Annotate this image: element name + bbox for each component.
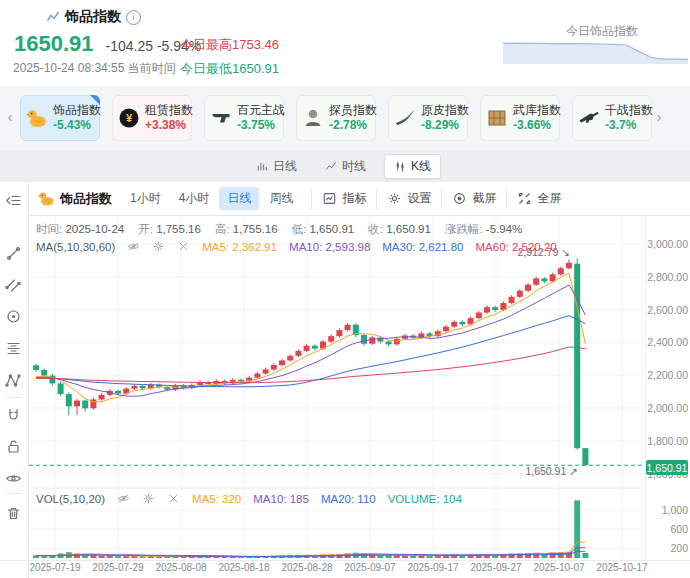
timeframe-4小时[interactable]: 4小时 — [171, 187, 218, 210]
fullscreen-icon — [517, 191, 533, 207]
gear-small-icon[interactable] — [152, 240, 165, 253]
x-axis-label: 2025-09-17 — [407, 562, 458, 573]
ohlc-item: 涨跌幅: -5.94% — [445, 222, 522, 237]
page-title: 饰品指数 — [65, 8, 121, 26]
gear-icon — [387, 191, 403, 207]
legend-ma-value: MA10: 185 — [253, 493, 309, 505]
current-datetime: 2025-10-24 08:34:55 当前时间 — [13, 60, 176, 77]
fullscreen-button[interactable]: 全屏 — [517, 190, 561, 207]
legend-ma-value: MA5: 320 — [192, 493, 241, 505]
indicator-icon — [322, 191, 338, 207]
gear-small-icon[interactable] — [142, 492, 155, 505]
screenshot-button[interactable]: 截屏 — [452, 190, 496, 207]
x-axis-label: 2025-09-07 — [344, 562, 395, 573]
camera-icon — [452, 191, 468, 207]
card-change: -3.7% — [605, 118, 653, 133]
channel-icon[interactable] — [5, 277, 23, 295]
card-name: 饰品指数 — [53, 103, 101, 118]
x-axis-label: 2025-09-27 — [470, 562, 521, 573]
card-name: 原皮指数 — [421, 103, 469, 118]
collapse-toolbar-icon[interactable] — [5, 192, 23, 210]
x-axis-label: 2025-08-08 — [155, 562, 206, 573]
index-card-7[interactable]: 千战指数-3.7% — [572, 95, 652, 141]
y-axis-label: 3,000.00 — [646, 238, 688, 250]
view-tab-日线[interactable]: 日线 — [246, 154, 307, 179]
eye-small-icon[interactable] — [127, 240, 140, 253]
card-name: 探员指数 — [329, 103, 377, 118]
index-card-6[interactable]: 武库指数-3.66% — [480, 95, 560, 141]
card-change: -3.66% — [513, 118, 561, 133]
unlock-icon[interactable] — [5, 438, 23, 456]
legend-ma-value: VOLUME: 104 — [388, 493, 462, 505]
ohlc-item: 开: 1,755.16 — [138, 222, 201, 237]
fib-icon[interactable] — [5, 340, 23, 358]
volume-axis-label: 200 — [646, 542, 688, 554]
view-tab-K线[interactable]: K线 — [384, 154, 441, 179]
x-axis-label: 2025-07-29 — [92, 562, 143, 573]
index-card-3[interactable]: 百元主战-3.75% — [204, 95, 284, 141]
eye-small-icon[interactable] — [117, 492, 130, 505]
card-change: +3.38% — [145, 118, 193, 133]
y-axis-label: 2,600.00 — [646, 304, 688, 316]
index-card-1[interactable]: 饰品指数-5.43% — [20, 95, 100, 141]
y-axis-label: 2,200.00 — [646, 369, 688, 381]
view-tab-时线[interactable]: 时线 — [315, 154, 376, 179]
timeframe-buttons: 1小时4小时日线周线 — [122, 187, 301, 210]
pistol-icon — [210, 107, 232, 129]
x-axis-label: 2025-07-19 — [29, 562, 80, 573]
today-high: 今日最高1753.46 — [180, 36, 279, 54]
index-chart-icon — [46, 10, 60, 24]
cards-next-button[interactable]: › — [652, 108, 666, 125]
card-name: 武库指数 — [513, 103, 561, 118]
timeframe-1小时[interactable]: 1小时 — [122, 187, 169, 210]
index-cards-strip: ‹ 饰品指数-5.43%¥租赁指数+3.38%百元主战-3.75%探员指数-2.… — [0, 86, 690, 150]
candle-tab-icon — [394, 160, 407, 173]
header-sparkline — [503, 38, 688, 64]
legend-title: MA(5,10,30,60) — [36, 241, 115, 253]
ohlc-item: 低: 1,650.91 — [292, 222, 355, 237]
ohlc-legend: 时间: 2025-10-24开: 1,755.16高: 1,755.16低: 1… — [36, 222, 522, 237]
info-icon[interactable]: i — [126, 10, 141, 25]
volume-axis-label: 600 — [646, 523, 688, 535]
eye-icon[interactable] — [5, 470, 23, 488]
card-name: 租赁指数 — [145, 103, 193, 118]
ohlc-item: 高: 1,755.16 — [215, 222, 278, 237]
card-name: 千战指数 — [605, 103, 653, 118]
drawing-tools-rail — [0, 182, 29, 578]
timeframe-周线[interactable]: 周线 — [261, 187, 301, 210]
volume-legend: VOL(5,10,20)MA5: 320MA10: 185MA20: 110VO… — [36, 492, 462, 505]
y-axis-label: 2,000.00 — [646, 402, 688, 414]
volume-axis-label: 1,000 — [646, 504, 688, 516]
indicator-button[interactable]: 指标 — [322, 190, 366, 207]
app-window: 饰品指数 i 1650.91 -104.25 -5.94% 2025-10-24… — [0, 0, 690, 578]
price-chart[interactable] — [29, 216, 645, 560]
settings-button[interactable]: 设置 — [387, 190, 431, 207]
today-low: 今日最低1650.91 — [180, 60, 279, 78]
index-card-2[interactable]: ¥租赁指数+3.38% — [112, 95, 192, 141]
trash-icon[interactable] — [5, 505, 23, 523]
y-axis-label: 1,800.00 — [646, 435, 688, 447]
ohlc-item: 时间: 2025-10-24 — [36, 222, 124, 237]
crate-icon — [486, 107, 508, 129]
card-change: -2.78% — [329, 118, 377, 133]
pattern-icon[interactable] — [5, 372, 23, 390]
agent-icon — [302, 107, 324, 129]
card-change: -5.43% — [53, 118, 101, 133]
current-price: 1650.91 — [14, 31, 94, 57]
view-tabs: 日线时线K线 — [246, 154, 441, 179]
peak-annotation: 2,912.79 ↘ — [478, 246, 570, 258]
close-small-icon[interactable] — [177, 240, 190, 253]
trendline-icon[interactable] — [5, 245, 23, 263]
card-change: -8.29% — [421, 118, 469, 133]
close-small-icon[interactable] — [167, 492, 180, 505]
index-card-4[interactable]: 探员指数-2.78% — [296, 95, 376, 141]
magnet-icon[interactable] — [5, 407, 23, 425]
index-cards: 饰品指数-5.43%¥租赁指数+3.38%百元主战-3.75%探员指数-2.78… — [20, 95, 652, 141]
index-card-5[interactable]: 原皮指数-8.29% — [388, 95, 468, 141]
symbol-label: 饰品指数 — [38, 190, 112, 208]
timeframe-日线[interactable]: 日线 — [219, 187, 259, 210]
bar-tab-icon — [256, 160, 269, 173]
ellipse-icon[interactable] — [5, 308, 23, 326]
legend-ma-value: MA10: 2,593.98 — [289, 241, 370, 253]
cards-prev-button[interactable]: ‹ — [3, 108, 17, 125]
